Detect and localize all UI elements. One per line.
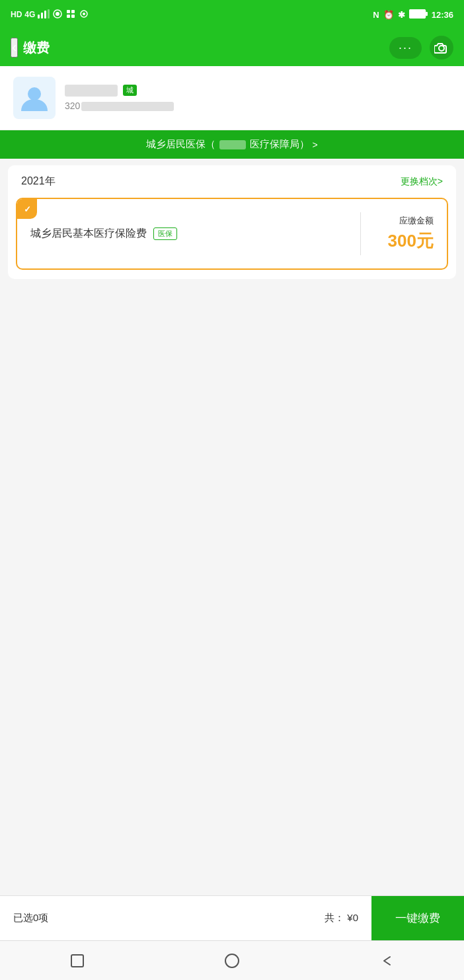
banner-arrow-icon: > — [312, 140, 317, 150]
total-value: ¥0 — [347, 912, 358, 923]
svg-point-14 — [439, 46, 444, 51]
pay-button[interactable]: 一键缴费 — [371, 896, 464, 940]
year-header: 2021年 更换档次> — [8, 165, 456, 198]
svg-point-17 — [225, 954, 239, 967]
city-badge: 城 — [123, 85, 137, 96]
insurance-name: 城乡居民基本医疗保险费 — [30, 227, 147, 241]
page-title: 缴费 — [23, 39, 50, 57]
banner-text-suffix: 医疗保障局） — [250, 138, 309, 151]
insurance-card[interactable]: ✓ 城乡居民基本医疗保险费 医保 应缴金额 300元 — [16, 198, 448, 270]
svg-rect-13 — [426, 12, 428, 16]
status-bar: HD 4G — [0, 0, 464, 29]
nfc-icon — [52, 9, 63, 20]
back-button[interactable]: ‹ — [11, 38, 18, 58]
svg-rect-8 — [67, 15, 70, 18]
amount-value: 300元 — [388, 229, 434, 253]
user-info: 城 320 — [65, 85, 451, 111]
nav-square-button[interactable] — [64, 948, 91, 974]
svg-rect-9 — [71, 15, 75, 18]
user-name-row: 城 — [65, 85, 451, 97]
svg-rect-7 — [71, 10, 75, 13]
svg-point-11 — [83, 13, 85, 15]
nav-back-button[interactable] — [373, 948, 400, 974]
svg-rect-2 — [44, 11, 46, 19]
amount-label: 应缴金额 — [399, 215, 434, 227]
banner-text-prefix: 城乡居民医保（ — [146, 138, 215, 151]
alarm-icon: ⏰ — [383, 10, 394, 20]
bluetooth-icon: ✱ — [398, 10, 405, 20]
bottom-bar: 已选0项 共： ¥0 一键缴费 — [0, 895, 464, 940]
svg-point-5 — [56, 12, 59, 16]
check-corner: ✓ — [17, 199, 37, 219]
status-right: N ⏰ ✱ 12:36 — [373, 9, 453, 20]
nav-right: ··· — [389, 36, 453, 60]
signal-bars-icon — [38, 9, 50, 20]
nfc-status-icon: N — [373, 10, 379, 20]
user-id-masked — [81, 102, 174, 111]
avatar — [13, 77, 56, 119]
bottom-nav — [0, 940, 464, 980]
svg-rect-1 — [41, 13, 43, 19]
nav-circle-button[interactable] — [219, 948, 245, 974]
svg-point-15 — [28, 87, 41, 101]
camera-button[interactable] — [430, 36, 453, 60]
svg-rect-12 — [409, 9, 425, 18]
total-amount-display: 共： ¥0 — [311, 912, 371, 924]
svg-rect-6 — [67, 10, 70, 13]
user-card: 城 320 — [0, 66, 464, 130]
signal-4g-icon: 4G — [24, 10, 35, 19]
status-left: HD 4G — [11, 9, 89, 21]
app-icon1 — [65, 9, 76, 21]
hd-icon: HD — [11, 10, 22, 19]
user-id: 320 — [65, 101, 451, 111]
svg-rect-0 — [38, 15, 40, 19]
svg-rect-16 — [71, 955, 83, 967]
insurance-right: 应缴金额 300元 — [361, 199, 447, 268]
total-label: 共： — [325, 912, 344, 923]
app-icon2 — [79, 9, 89, 21]
nav-left: ‹ 缴费 — [11, 38, 50, 58]
green-banner[interactable]: 城乡居民医保（ 医疗保障局） > — [0, 130, 464, 159]
selected-count: 已选0项 — [0, 912, 311, 924]
more-button[interactable]: ··· — [389, 37, 422, 59]
year-text: 2021年 — [21, 175, 56, 188]
user-name-masked — [65, 85, 118, 97]
time-display: 12:36 — [432, 10, 453, 20]
banner-masked — [219, 140, 246, 149]
checkmark-icon: ✓ — [24, 204, 31, 214]
empty-content-area — [0, 286, 464, 682]
change-level-button[interactable]: 更换档次> — [401, 176, 443, 188]
insurance-left: 城乡居民基本医疗保险费 医保 — [17, 199, 360, 268]
content-area: 2021年 更换档次> ✓ 城乡居民基本医疗保险费 医保 应缴金额 300元 — [8, 165, 456, 279]
top-nav: ‹ 缴费 ··· — [0, 29, 464, 66]
medical-badge: 医保 — [153, 227, 177, 240]
svg-rect-3 — [48, 9, 50, 19]
battery-icon — [409, 9, 428, 20]
user-id-prefix: 320 — [65, 101, 80, 111]
